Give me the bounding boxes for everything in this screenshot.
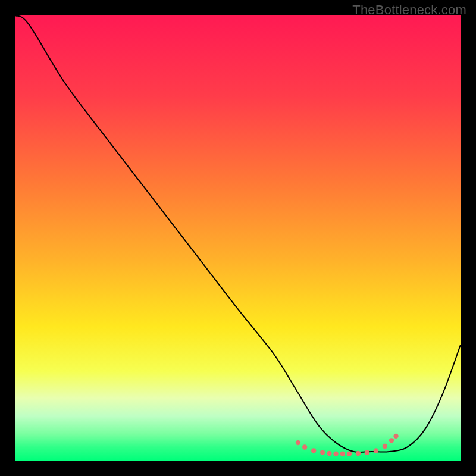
chart-svg (15, 15, 461, 461)
marker-dot (374, 448, 378, 453)
marker-dot (340, 452, 345, 456)
marker-dot (356, 451, 361, 456)
plot-area (15, 15, 461, 461)
marker-dot (302, 444, 307, 449)
marker-dot (333, 452, 338, 456)
marker-dot (296, 440, 300, 445)
marker-dot (320, 450, 325, 455)
marker-dot (365, 450, 369, 455)
marker-dot (383, 444, 387, 449)
marker-dot (327, 451, 331, 456)
watermark-text: TheBottleneck.com (352, 2, 466, 18)
marker-dot (347, 452, 352, 456)
marker-dot (389, 438, 394, 443)
bottleneck-curve (15, 15, 461, 452)
marker-group (296, 434, 399, 456)
marker-dot (311, 448, 316, 453)
marker-dot (393, 434, 398, 439)
